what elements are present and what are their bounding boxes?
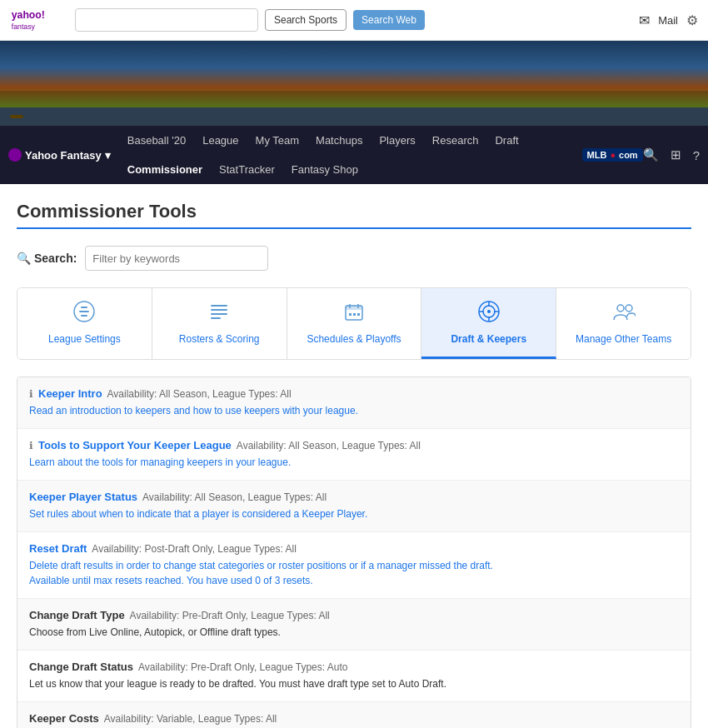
- tab-manage-other-teams-label: Manage Other Teams: [576, 333, 671, 345]
- change-draft-status-title: Change Draft Status: [29, 661, 133, 673]
- keeper-player-status-desc-link[interactable]: Set rules about when to indicate that a …: [29, 508, 367, 520]
- svg-rect-8: [211, 309, 227, 311]
- tools-keeper-desc: Learn about the tools for managing keepe…: [29, 455, 679, 470]
- tab-schedules-playoffs-label: Schedules & Playoffs: [307, 333, 401, 345]
- keeper-intro-item: ℹ Keeper Intro Availability: All Season,…: [17, 377, 691, 429]
- secondary-nav: Yahoo Fantasy ▾ Baseball '20 League My T…: [0, 126, 708, 184]
- svg-rect-16: [353, 313, 356, 316]
- top-bar: yahoo! fantasy Search Sports Search Web …: [0, 0, 708, 41]
- search-icon[interactable]: 🔍: [643, 147, 659, 162]
- svg-rect-9: [211, 313, 227, 315]
- mlb-com-label: com: [619, 150, 638, 160]
- svg-rect-17: [357, 313, 360, 316]
- svg-text:yahoo!: yahoo!: [12, 9, 45, 21]
- nav-item-baseball[interactable]: Baseball '20: [119, 126, 194, 155]
- reset-draft-item: Reset Draft Availability: Post-Draft Onl…: [17, 532, 691, 599]
- top-bar-icons: ✉ Mail ⚙: [639, 12, 698, 28]
- gear-icon[interactable]: ⚙: [686, 12, 698, 28]
- nav-menu: Baseball '20 League My Team Matchups Pla…: [119, 126, 579, 184]
- main-content: Commissioner Tools 🔍 Search: League Sett…: [0, 184, 708, 728]
- keeper-intro-desc-link[interactable]: Read an introduction to keepers and how …: [29, 405, 358, 416]
- svg-text:fantasy: fantasy: [12, 22, 36, 31]
- tab-league-settings-label: League Settings: [48, 333, 121, 345]
- svg-rect-12: [346, 306, 362, 310]
- tools-keeper-link[interactable]: Tools to Support Your Keeper League: [38, 439, 232, 451]
- keeper-intro-info-icon: ℹ: [29, 388, 33, 400]
- draft-keepers-icon: [477, 300, 501, 328]
- yahoo-fantasy-btn[interactable]: Yahoo Fantasy ▾: [8, 142, 119, 168]
- sub-hero-tag: [10, 115, 23, 118]
- tools-keeper-avail: Availability: All Season, League Types: …: [237, 440, 421, 451]
- svg-point-26: [626, 305, 632, 312]
- schedules-playoffs-icon: [342, 300, 366, 328]
- svg-rect-7: [211, 305, 227, 307]
- keyword-search-input[interactable]: [85, 246, 268, 271]
- mail-label[interactable]: Mail: [658, 14, 678, 27]
- keeper-player-status-avail: Availability: All Season, League Types: …: [142, 491, 327, 503]
- yahoo-logo: yahoo! fantasy: [10, 5, 68, 35]
- mail-icon[interactable]: ✉: [639, 12, 650, 28]
- tab-schedules-playoffs[interactable]: Schedules & Playoffs: [287, 288, 422, 359]
- reset-draft-avail: Availability: Post-Draft Only, League Ty…: [92, 543, 296, 555]
- search-web-button[interactable]: Search Web: [353, 10, 425, 30]
- yahoo-fantasy-chevron: ▾: [105, 149, 111, 162]
- nav-item-draft[interactable]: Draft: [486, 126, 526, 155]
- league-settings-icon: [72, 300, 96, 328]
- rosters-scoring-icon: [207, 300, 231, 328]
- top-search-input[interactable]: [75, 8, 258, 32]
- content-items: ℹ Keeper Intro Availability: All Season,…: [17, 376, 691, 728]
- svg-point-25: [617, 305, 624, 312]
- nav-item-players[interactable]: Players: [371, 126, 423, 155]
- nav-item-matchups[interactable]: Matchups: [307, 126, 371, 155]
- reset-draft-link[interactable]: Reset Draft: [29, 542, 87, 555]
- tab-rosters-scoring[interactable]: Rosters & Scoring: [152, 288, 287, 359]
- tools-keeper-title-row: ℹ Tools to Support Your Keeper League Av…: [29, 439, 679, 451]
- nav-item-fantasyshop[interactable]: Fantasy Shop: [283, 155, 366, 184]
- mlb-badge-dot: ●: [610, 150, 616, 160]
- reset-draft-desc2-link[interactable]: Available until max resets reached. You …: [29, 575, 313, 586]
- keeper-player-status-link[interactable]: Keeper Player Status: [29, 491, 137, 503]
- mlb-badge-text: MLB: [587, 150, 607, 160]
- nav-item-research[interactable]: Research: [424, 126, 487, 155]
- keeper-costs-avail: Availability: Variable, League Types: Al…: [104, 713, 277, 725]
- keeper-costs-title: Keeper Costs: [29, 712, 99, 725]
- keeper-intro-title-row: ℹ Keeper Intro Availability: All Season,…: [29, 387, 679, 400]
- yahoo-fantasy-label: Yahoo Fantasy: [25, 149, 102, 162]
- change-draft-status-title-row: Change Draft Status Availability: Pre-Dr…: [29, 661, 679, 673]
- nav-item-commissioner[interactable]: Commissioner: [119, 155, 211, 184]
- nav-item-stattracker[interactable]: StatTracker: [211, 155, 283, 184]
- svg-rect-5: [79, 311, 89, 312]
- search-row: 🔍 Search:: [17, 246, 691, 271]
- reset-draft-title-row: Reset Draft Availability: Post-Draft Onl…: [29, 542, 679, 555]
- tab-draft-keepers-label: Draft & Keepers: [451, 333, 526, 345]
- help-icon[interactable]: ?: [693, 148, 700, 162]
- nav-item-myteam[interactable]: My Team: [247, 126, 308, 155]
- tab-draft-keepers[interactable]: Draft & Keepers: [421, 288, 556, 359]
- svg-rect-6: [81, 315, 87, 317]
- tab-manage-other-teams[interactable]: Manage Other Teams: [556, 288, 691, 359]
- change-draft-type-avail: Availability: Pre-Draft Only, League Typ…: [130, 610, 330, 621]
- manage-other-teams-icon: [612, 300, 636, 328]
- page-title: Commissioner Tools: [17, 201, 691, 222]
- tab-league-settings[interactable]: League Settings: [17, 288, 152, 359]
- change-draft-type-desc: Choose from Live Online, Autopick, or Of…: [29, 625, 679, 640]
- reset-draft-desc-link[interactable]: Delete draft results in order to change …: [29, 560, 493, 571]
- change-draft-type-item: Change Draft Type Availability: Pre-Draf…: [17, 599, 691, 651]
- change-draft-status-desc: Let us know that your league is ready to…: [29, 676, 679, 691]
- tools-keeper-item: ℹ Tools to Support Your Keeper League Av…: [17, 429, 691, 481]
- secondary-nav-icons: 🔍 ⊞ ?: [643, 142, 700, 167]
- svg-point-20: [487, 310, 491, 313]
- keeper-player-status-item: Keeper Player Status Availability: All S…: [17, 481, 691, 532]
- top-bar-right: ✉ Mail ⚙: [639, 12, 698, 28]
- search-sports-button[interactable]: Search Sports: [265, 9, 347, 31]
- search-icon-label: 🔍: [17, 252, 31, 265]
- change-draft-status-item: Change Draft Status Availability: Pre-Dr…: [17, 651, 691, 702]
- keeper-intro-avail: Availability: All Season, League Types: …: [107, 388, 292, 400]
- grid-icon[interactable]: ⊞: [671, 147, 681, 162]
- change-draft-status-avail: Availability: Pre-Draft Only, League Typ…: [138, 661, 347, 673]
- keeper-intro-link[interactable]: Keeper Intro: [38, 387, 102, 400]
- nav-item-league[interactable]: League: [194, 126, 247, 155]
- mlb-badge[interactable]: MLB ● com: [582, 148, 643, 162]
- svg-rect-15: [349, 313, 352, 316]
- tools-keeper-desc-link[interactable]: Learn about the tools for managing keepe…: [29, 456, 291, 468]
